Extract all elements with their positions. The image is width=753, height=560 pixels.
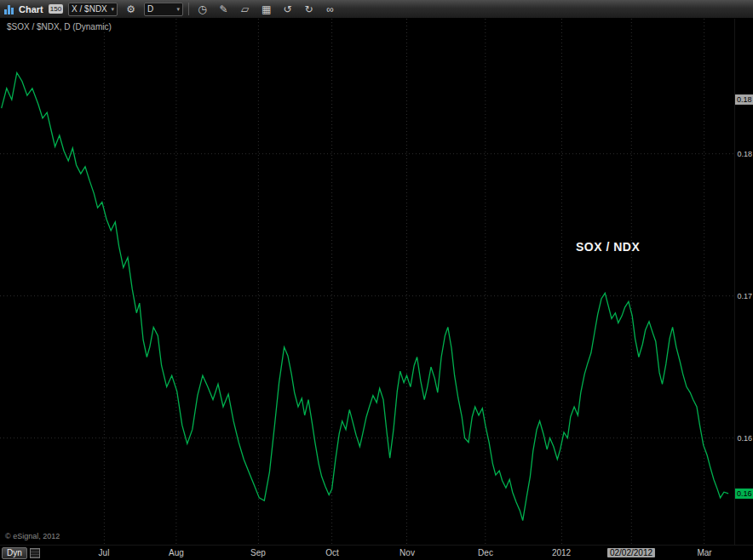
redo-icon[interactable]: ↻	[301, 2, 317, 16]
chart-annotation: SOX / NDX	[576, 240, 640, 254]
x-axis[interactable]: Dyn JulAugSepOctNovDec201202/02/2012Mar	[0, 545, 753, 560]
y-axis-label: 0.16	[737, 433, 752, 443]
time-template-icon[interactable]	[30, 548, 40, 558]
titlebar: Chart 150 X / $NDX ▾ ⚙ D ▾ ◷ ✎ ▱ ▦ ↺ ↻ ∞	[0, 0, 753, 19]
x-axis-label: Mar	[697, 548, 711, 557]
eraser-icon[interactable]: ▱	[237, 2, 253, 16]
price-line	[2, 73, 728, 521]
copyright-label: © eSignal, 2012	[5, 532, 60, 540]
chart-plot-area[interactable]: $SOX / $NDX, D (Dynamic) SOX / NDX © eSi…	[0, 19, 734, 545]
y-axis-label: 0.16	[735, 489, 753, 499]
x-axis-label: Aug	[169, 548, 184, 557]
x-axis-label: Jul	[99, 548, 110, 557]
y-axis-label: 0.17	[737, 291, 752, 301]
y-axis-label: 0.18	[735, 94, 753, 105]
y-axis-label: 0.18	[737, 149, 752, 159]
statusbar-left: Dyn	[2, 547, 40, 559]
window-title: Chart	[19, 4, 43, 14]
toolbar-separator	[188, 3, 189, 15]
x-axis-label: Sep	[250, 548, 266, 557]
chart-symbol-label: $SOX / $NDX, D (Dynamic)	[7, 22, 112, 31]
x-axis-label: 2012	[552, 548, 571, 557]
chart-window: Chart 150 X / $NDX ▾ ⚙ D ▾ ◷ ✎ ▱ ▦ ↺ ↻ ∞…	[0, 0, 753, 560]
interval-combo-value: D	[147, 4, 153, 14]
chart-window-icon	[4, 4, 14, 14]
x-axis-label: Oct	[325, 548, 339, 557]
price-plot-svg	[0, 19, 734, 545]
interval-combo[interactable]: D ▾	[144, 3, 183, 16]
chevron-down-icon: ▾	[177, 6, 181, 13]
undo-icon[interactable]: ↺	[279, 2, 296, 16]
dyn-button[interactable]: Dyn	[2, 547, 27, 559]
settings-icon[interactable]: ⚙	[123, 2, 139, 16]
link-icon[interactable]: ∞	[322, 2, 338, 16]
pencil-icon[interactable]: ✎	[216, 2, 232, 16]
x-axis-label: Dec	[478, 548, 493, 557]
chevron-down-icon: ▾	[112, 6, 115, 13]
symbol-combo-value: X / $NDX	[72, 4, 107, 14]
y-axis[interactable]: 0.180.180.170.160.16	[734, 19, 753, 545]
symbol-combo[interactable]: X / $NDX ▾	[68, 3, 118, 16]
x-axis-label: Nov	[399, 548, 415, 557]
timer-icon[interactable]: ◷	[194, 2, 210, 16]
window-badge: 150	[49, 4, 63, 14]
x-axis-label: 02/02/2012	[607, 548, 655, 557]
quote-board-icon[interactable]: ▦	[258, 2, 274, 16]
